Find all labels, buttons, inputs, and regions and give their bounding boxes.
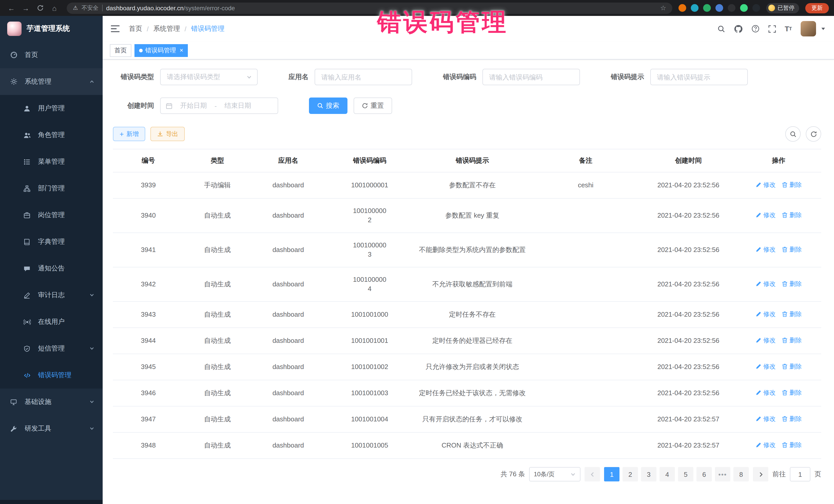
home-icon[interactable]: ⌂ [48, 4, 61, 12]
next-page-button[interactable] [753, 467, 768, 481]
page-button-5[interactable]: 5 [678, 467, 694, 481]
sidebar-item-home[interactable]: 首页 [0, 42, 103, 68]
logo[interactable]: 芋道管理系统 [0, 16, 103, 42]
delete-link[interactable]: 删除 [782, 388, 802, 397]
sidebar-item-post[interactable]: 岗位管理 [0, 202, 103, 228]
paused-badge[interactable]: 已暂停 [766, 3, 799, 13]
app-name-input[interactable] [314, 69, 412, 85]
bookmark-star-icon[interactable]: ☆ [660, 4, 666, 12]
breadcrumb-item-2[interactable]: 系统管理 [153, 24, 180, 34]
delete-link[interactable]: 删除 [782, 362, 802, 371]
delete-link[interactable]: 删除 [782, 336, 802, 345]
font-size-icon[interactable]: TT [785, 25, 792, 33]
user-avatar[interactable] [800, 21, 816, 37]
extension-icon-4[interactable] [716, 4, 723, 12]
sidebar-item-infra[interactable]: 基础设施 [0, 389, 103, 415]
reload-icon[interactable] [34, 5, 46, 11]
tab-1[interactable]: 首页 [110, 44, 131, 57]
fullscreen-icon[interactable] [768, 25, 776, 32]
error-msg-input[interactable] [650, 69, 748, 85]
page-button-1[interactable]: 1 [604, 467, 619, 481]
toggle-search-icon[interactable] [785, 126, 800, 141]
sidebar-item-error-code[interactable]: 错误码管理 [0, 362, 103, 389]
chevron-down-icon[interactable] [821, 26, 826, 31]
extension-icon-2[interactable] [691, 4, 699, 12]
search-button[interactable]: 搜索 [309, 97, 348, 114]
edit-link[interactable]: 修改 [755, 336, 775, 345]
delete-link[interactable]: 删除 [782, 211, 802, 220]
sidebar-item-role[interactable]: 角色管理 [0, 122, 103, 148]
github-icon[interactable] [734, 24, 743, 33]
create-time-range-picker[interactable]: 开始日期 - 结束日期 [160, 97, 278, 114]
edit-link[interactable]: 修改 [755, 211, 775, 220]
edit-link[interactable]: 修改 [755, 362, 775, 371]
reset-button[interactable]: 重置 [354, 97, 392, 114]
forward-icon[interactable]: → [20, 4, 32, 12]
search-icon[interactable] [718, 25, 725, 32]
delete-link[interactable]: 删除 [782, 414, 802, 423]
edit-link[interactable]: 修改 [755, 388, 775, 397]
sidebar-item-audit-log[interactable]: 审计日志 [0, 282, 103, 308]
page-button-2[interactable]: 2 [622, 467, 638, 481]
app-frame: 芋道管理系统 首页系统管理用户管理角色管理菜单管理部门管理岗位管理字典管理通知公… [0, 16, 834, 504]
filter-group-app: 应用名 [288, 69, 412, 85]
edit-link[interactable]: 修改 [755, 309, 775, 319]
delete-link[interactable]: 删除 [782, 440, 802, 450]
sidebar-item-label: 字典管理 [38, 237, 65, 246]
sidebar-item-dept[interactable]: 部门管理 [0, 175, 103, 202]
page-button-3[interactable]: 3 [641, 467, 656, 481]
jump-page-input[interactable] [790, 467, 810, 481]
error-code-input[interactable] [482, 69, 580, 85]
column-header: 编号 [113, 149, 184, 172]
edit-link[interactable]: 修改 [755, 414, 775, 423]
filter-group-code: 错误码编码 [443, 69, 580, 85]
breadcrumb-item-1[interactable]: 首页 [129, 24, 142, 34]
delete-link[interactable]: 删除 [782, 180, 802, 190]
edit-link[interactable]: 修改 [755, 279, 775, 288]
page-button-4[interactable]: 4 [659, 467, 675, 481]
sidebar-item-menu[interactable]: 菜单管理 [0, 148, 103, 175]
hamburger-icon[interactable] [111, 25, 119, 32]
extension-icon-3[interactable] [703, 4, 711, 12]
pager-ellipsis[interactable]: ••• [715, 467, 730, 481]
sidebar-item-online-user[interactable]: 在线用户 [0, 308, 103, 335]
delete-link[interactable]: 删除 [782, 309, 802, 319]
extension-icon-7[interactable] [752, 4, 760, 12]
extension-icon-6[interactable] [740, 4, 748, 12]
help-icon[interactable] [751, 25, 760, 33]
add-button[interactable]: + 新增 [113, 127, 145, 141]
table-row: 3947自动生成dashboard1001001004只有开启状态的任务，才可以… [113, 406, 821, 432]
page-button-6[interactable]: 6 [697, 467, 712, 481]
security-label[interactable]: 不安全 [82, 4, 98, 12]
address-bar[interactable]: ⚠ 不安全 dashboard.yudao.iocoder.cn/system/… [67, 2, 672, 14]
sidebar-item-sms[interactable]: 短信管理 [0, 335, 103, 362]
extension-icon-5[interactable] [728, 4, 736, 12]
sidebar-item-user[interactable]: 用户管理 [0, 95, 103, 122]
update-button[interactable]: 更新 [805, 3, 829, 13]
tab-2[interactable]: 错误码管理× [134, 44, 188, 57]
close-icon[interactable]: × [180, 47, 183, 53]
cell-id: 3947 [113, 406, 184, 432]
cell-remark [531, 233, 640, 267]
extension-icon-1[interactable] [679, 4, 686, 12]
page-size-select[interactable]: 10条/页 [529, 467, 580, 481]
table-row: 3942自动生成dashboard100100000 4不允许获取敏感配置到前端… [113, 267, 821, 302]
refresh-icon[interactable] [806, 126, 821, 141]
table-tool-icons [785, 126, 821, 141]
sidebar-item-dev-tools[interactable]: 研发工具 [0, 415, 103, 442]
prev-page-button[interactable] [585, 467, 600, 481]
edit-link[interactable]: 修改 [755, 245, 775, 254]
delete-link[interactable]: 删除 [782, 279, 802, 288]
delete-link[interactable]: 删除 [782, 245, 802, 254]
sidebar-item-system[interactable]: 系统管理 [0, 68, 103, 95]
sidebar-item-notice[interactable]: 通知公告 [0, 255, 103, 282]
sidebar-item-dict[interactable]: 字典管理 [0, 228, 103, 255]
edit-link[interactable]: 修改 [755, 440, 775, 450]
export-button[interactable]: 导出 [150, 127, 185, 141]
error-code-type-select[interactable]: 请选择错误码类型 [160, 69, 258, 85]
submenu-system: 用户管理角色管理菜单管理部门管理岗位管理字典管理通知公告审计日志在线用户短信管理… [0, 95, 103, 389]
reset-button-label: 重置 [371, 101, 384, 110]
back-icon[interactable]: ← [5, 4, 18, 12]
page-button-8[interactable]: 8 [733, 467, 749, 481]
edit-link[interactable]: 修改 [755, 180, 775, 190]
